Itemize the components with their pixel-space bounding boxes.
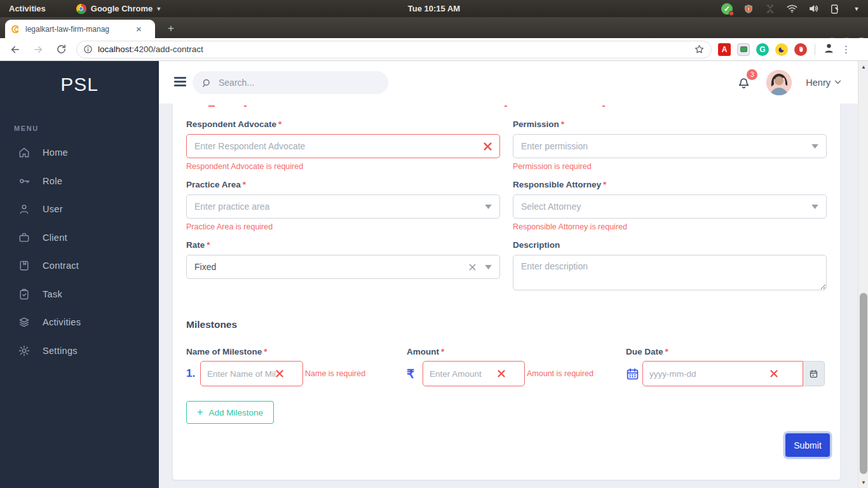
clear-error-icon[interactable]: [484, 142, 492, 151]
sidebar-item-label: User: [43, 204, 63, 214]
sidebar-item-label: Contract: [43, 261, 79, 271]
rate-label: Rate*: [186, 240, 500, 250]
sidebar-item-task[interactable]: Task: [0, 280, 159, 309]
extensions-row: A G ⋮: [718, 42, 845, 57]
scroll-down-arrow[interactable]: ▼: [858, 478, 868, 487]
browser-toolbar: localhost:4200/add-contract A G ⋮: [0, 38, 868, 61]
sidebar-item-label: Activities: [43, 317, 81, 327]
search-box[interactable]: [193, 71, 388, 94]
rupee-icon: ₹: [407, 367, 423, 381]
battery-input-icon[interactable]: [829, 3, 841, 15]
shield-alert-icon[interactable]: !: [742, 3, 755, 15]
milestone-due-date-label: Due Date*: [626, 347, 827, 356]
page-info-icon[interactable]: [83, 44, 93, 54]
clear-error-icon[interactable]: [276, 370, 283, 377]
sidebar-item-role[interactable]: Role: [0, 167, 159, 196]
address-bar[interactable]: localhost:4200/add-contract: [76, 41, 712, 58]
permission-select[interactable]: Enter permission: [513, 134, 827, 158]
search-input[interactable]: [219, 78, 365, 88]
browser-scrollbar[interactable]: ▲ ▼: [858, 61, 868, 488]
chrome-logo-icon: [76, 4, 86, 14]
milestone-name-input[interactable]: [207, 369, 276, 379]
clipped-text-fragment: [602, 105, 605, 107]
reload-button[interactable]: [53, 42, 69, 57]
sidebar-item-label: Task: [43, 289, 62, 299]
milestone-amount-input[interactable]: [430, 369, 498, 379]
respondent-advocate-field: Respondent Advocate* Respondent Advocate…: [186, 119, 500, 172]
home-icon: [18, 146, 31, 159]
angular-extension-icon[interactable]: A: [718, 43, 731, 56]
user-icon: [18, 203, 31, 215]
datepicker-toggle-button[interactable]: [803, 361, 825, 386]
profile-icon[interactable]: [823, 42, 835, 57]
responsible-attorney-label: Responsible Attorney*: [513, 180, 827, 189]
back-button[interactable]: [8, 42, 23, 57]
sidebar-item-client[interactable]: Client: [0, 224, 159, 252]
sidebar-item-activities[interactable]: Activities: [0, 308, 159, 337]
sidebar-item-home[interactable]: Home: [0, 139, 159, 167]
volume-icon[interactable]: [807, 3, 820, 15]
add-milestone-button[interactable]: + Add Milestone: [186, 401, 274, 424]
sidebar-item-user[interactable]: User: [0, 195, 159, 224]
responsible-attorney-select[interactable]: Select Attorney: [513, 194, 827, 219]
forward-button[interactable]: [31, 42, 46, 57]
submit-button[interactable]: Submit: [785, 433, 830, 457]
chevron-down-icon: [834, 80, 841, 85]
permission-field: Permission* Enter permission Permission …: [513, 119, 827, 172]
respondent-advocate-input[interactable]: [194, 141, 484, 151]
sidebar-item-settings[interactable]: Settings: [0, 337, 159, 365]
tab-favicon: [10, 24, 20, 34]
app-header: 3 Henry: [159, 61, 858, 104]
sync-status-icon[interactable]: ✓: [721, 3, 733, 15]
activities-button[interactable]: Activities: [9, 4, 46, 13]
scroll-up-arrow[interactable]: ▲: [858, 62, 868, 71]
milestone-name-label: Name of Milestone*: [186, 347, 407, 356]
milestone-due-date-input[interactable]: [649, 369, 770, 379]
user-menu[interactable]: Henry: [806, 78, 841, 88]
screenshot-extension-icon[interactable]: [737, 43, 750, 56]
clear-error-icon[interactable]: [770, 370, 778, 377]
chrome-app-menu-label: Google Chrome: [91, 4, 153, 13]
app-sidebar: PSL MENU Home Role User Client Contract …: [0, 61, 159, 488]
clear-selection-icon[interactable]: [469, 264, 476, 271]
hamburger-menu-icon[interactable]: [174, 77, 186, 88]
rate-select[interactable]: Fixed: [186, 255, 500, 279]
avatar[interactable]: [766, 70, 792, 95]
blocker-extension-icon[interactable]: [794, 43, 807, 56]
tray-chevron-down-icon[interactable]: ▾: [850, 3, 863, 15]
description-field: Description: [513, 240, 827, 293]
scrollbar-thumb[interactable]: [860, 293, 867, 474]
system-tray: ✓ ! ▾: [721, 0, 863, 17]
milestone-amount-error: Amount is required: [527, 369, 593, 378]
practice-area-select[interactable]: Enter practice area: [186, 194, 500, 219]
description-textarea[interactable]: [513, 255, 827, 290]
chevron-down-icon: ▾: [157, 5, 160, 12]
responsible-attorney-error: Responsible Attorney is required: [513, 222, 827, 232]
tab-title: legalkart-law-firm-manag: [25, 25, 132, 34]
browser-menu-icon[interactable]: ⋮: [841, 48, 845, 51]
gear-icon: [18, 344, 31, 357]
sidebar-item-contract[interactable]: Contract: [0, 252, 159, 280]
tab-close-icon[interactable]: ×: [136, 24, 142, 34]
practice-area-label: Practice Area*: [186, 180, 500, 189]
svg-text:!: !: [748, 6, 749, 11]
milestones-heading: Milestones: [186, 319, 827, 330]
wifi-icon[interactable]: [785, 3, 798, 15]
rate-field: Rate* Fixed: [186, 240, 500, 293]
pinwheel-app-icon[interactable]: [764, 3, 776, 15]
clear-error-icon[interactable]: [498, 370, 505, 377]
milestone-number: 1.: [186, 367, 200, 380]
bookmark-star-icon[interactable]: [694, 44, 705, 55]
sidebar-item-label: Home: [43, 147, 68, 158]
chrome-app-menu[interactable]: Google Chrome ▾: [76, 4, 161, 14]
plus-icon: +: [197, 407, 203, 418]
browser-tab[interactable]: legalkart-law-firm-manag ×: [5, 20, 155, 38]
dark-reader-extension-icon[interactable]: [775, 43, 788, 56]
milestone-amount-label: Amount*: [407, 347, 626, 356]
grammarly-extension-icon[interactable]: G: [756, 43, 769, 56]
new-tab-button[interactable]: +: [163, 22, 179, 36]
clipped-text-fragment: [208, 105, 215, 107]
clipboard-check-icon: [18, 288, 31, 301]
notifications-button[interactable]: 3: [736, 74, 752, 91]
respondent-advocate-input-wrap: [186, 134, 500, 158]
